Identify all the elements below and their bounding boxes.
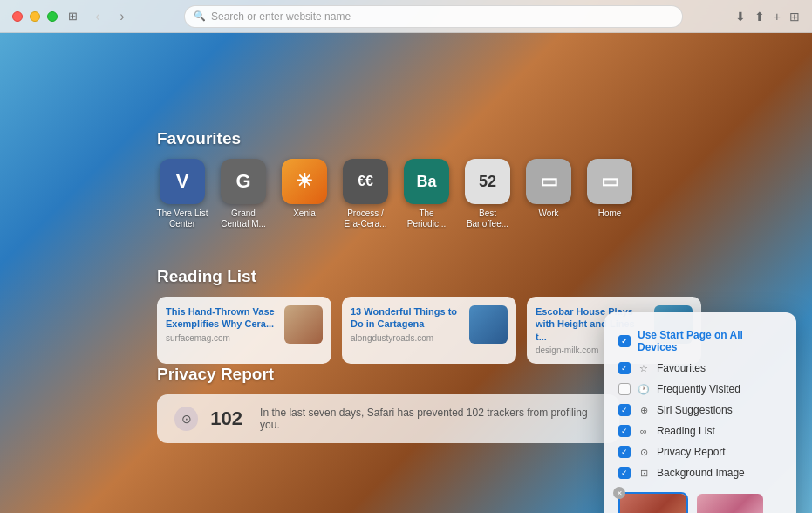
dropdown-item-siri[interactable]: ✓ ⊕ Siri Suggestions (618, 400, 782, 421)
tab-overview-icon[interactable]: ⊞ (789, 10, 800, 24)
fav-item-process[interactable]: €€ Process / Era-Cera... (340, 159, 391, 229)
dropdown-item-background-image[interactable]: ✓ ⊡ Background Image (618, 462, 782, 483)
fav-icon-home: ▭ (587, 159, 632, 204)
dropdown-label-siri: Siri Suggestions (657, 404, 733, 416)
fav-item-work[interactable]: ▭ Work (523, 159, 574, 229)
checkbox-background-image[interactable]: ✓ (618, 467, 631, 479)
reading-card-cartagena-domain: alongdustyroads.com (351, 333, 462, 343)
dropdown-item-reading-list[interactable]: ✓ ∞ Reading List (618, 421, 782, 441)
close-button[interactable] (12, 11, 23, 22)
background-thumb-1[interactable] (618, 492, 688, 513)
dropdown-label-reading-list: Reading List (657, 425, 715, 437)
titlebar-actions: ⬇ ⬆ + ⊞ (735, 10, 812, 24)
reading-card-vase-domain: surfacemag.com (166, 333, 277, 343)
dropdown-label-privacy-report: Privacy Report (657, 446, 726, 458)
reading-card-cartagena[interactable]: 13 Wonderful Things to Do in Cartagena a… (342, 297, 516, 364)
fav-icon-banoffee: 52 (465, 159, 510, 204)
checkbox-start-page[interactable]: ✓ (618, 335, 631, 347)
dropdown-label-favourites: Favourites (657, 362, 706, 374)
checkbox-siri[interactable]: ✓ (618, 404, 631, 416)
sidebar-toggle[interactable]: ⊞ (68, 10, 78, 23)
privacy-description: In the last seven days, Safari has preve… (260, 407, 602, 431)
favourites-section: Favourites V The Vera List Center G Gran… (157, 129, 635, 229)
dropdown-item-favourites[interactable]: ✓ ☆ Favourites (618, 358, 782, 379)
fav-icon-xenia: ☀ (282, 159, 327, 204)
back-button[interactable]: ‹ (88, 7, 107, 26)
dropdown-label-background-image: Background Image (657, 467, 745, 479)
dropdown-label-start-page: Use Start Page on All Devices (638, 329, 782, 353)
search-icon: 🔍 (194, 10, 206, 22)
checkbox-reading-list[interactable]: ✓ (618, 425, 631, 437)
background-thumb-2[interactable] (695, 492, 765, 513)
new-tab-icon[interactable]: + (774, 10, 781, 24)
fav-item-home[interactable]: ▭ Home (584, 159, 635, 229)
reading-card-vase-title: This Hand-Thrown Vase Exemplifies Why Ce… (166, 305, 277, 331)
fav-label-work: Work (522, 209, 575, 219)
checkbox-favourites[interactable]: ✓ (618, 362, 631, 374)
checkbox-privacy-report[interactable]: ✓ (618, 446, 631, 458)
main-content: Favourites V The Vera List Center G Gran… (0, 33, 812, 513)
fav-icon-work: ▭ (526, 159, 571, 204)
nav-buttons: ‹ › (88, 7, 132, 26)
fav-icon-process: €€ (343, 159, 388, 204)
dropdown-item-privacy-report[interactable]: ✓ ⊙ Privacy Report (618, 441, 782, 462)
fav-label-xenia: Xenia (278, 209, 331, 219)
dropdown-item-start-page[interactable]: ✓ Use Start Page on All Devices (618, 325, 782, 358)
download-icon[interactable]: ⬇ (735, 10, 746, 24)
fav-icon-grand: G (221, 159, 266, 204)
fav-icon-vera: V (160, 159, 205, 204)
fav-label-vera: The Vera List Center (156, 209, 208, 229)
maximize-button[interactable] (47, 11, 58, 22)
titlebar: ⊞ ‹ › 🔍 Search or enter website name ⬇ ⬆… (0, 0, 812, 33)
favourites-title: Favourites (157, 129, 635, 148)
settings-dropdown: ✓ Use Start Page on All Devices ✓ ☆ Favo… (604, 312, 796, 513)
fav-item-xenia[interactable]: ☀ Xenia (279, 159, 330, 229)
share-icon[interactable]: ⬆ (754, 10, 765, 24)
reading-list-title: Reading List (157, 267, 701, 286)
privacy-count: 102 (210, 407, 242, 430)
favourites-icon: ☆ (638, 363, 650, 374)
favourites-grid: V The Vera List Center G Grand Central M… (157, 159, 635, 229)
siri-icon: ⊕ (638, 405, 650, 416)
fav-icon-periodic: Ba (404, 159, 449, 204)
thumb2-preview (697, 494, 763, 513)
privacy-report-section: Privacy Report ⊙ 102 In the last seven d… (157, 365, 619, 443)
minimize-button[interactable] (30, 11, 40, 22)
background-thumbnails: ✕ (618, 492, 782, 513)
thumb1-preview (620, 494, 686, 513)
image-icon: ⊡ (638, 468, 650, 479)
reading-card-cartagena-title: 13 Wonderful Things to Do in Cartagena (351, 305, 462, 331)
fav-item-periodic[interactable]: Ba The Periodic... (401, 159, 452, 229)
close-thumb-button[interactable]: ✕ (613, 487, 625, 499)
privacy-report-title: Privacy Report (157, 365, 619, 384)
reading-list-icon: ∞ (638, 426, 650, 436)
search-bar[interactable]: 🔍 Search or enter website name (184, 5, 683, 28)
reading-card-cartagena-img (469, 305, 508, 344)
fav-label-process: Process / Era-Cera... (339, 209, 392, 229)
fav-label-home: Home (583, 209, 636, 219)
reading-card-vase[interactable]: This Hand-Thrown Vase Exemplifies Why Ce… (157, 297, 331, 364)
privacy-report-card[interactable]: ⊙ 102 In the last seven days, Safari has… (157, 394, 619, 443)
privacy-shield-icon: ⊙ (174, 407, 198, 431)
fav-item-banoffee[interactable]: 52 Best Banoffee... (462, 159, 513, 229)
fav-label-periodic: The Periodic... (400, 209, 453, 229)
checkbox-frequently-visited[interactable] (618, 383, 631, 395)
forward-button[interactable]: › (113, 7, 132, 26)
privacy-icon: ⊙ (638, 447, 650, 458)
fav-item-vera[interactable]: V The Vera List Center (157, 159, 208, 229)
reading-card-vase-img (284, 305, 323, 344)
window-controls (0, 11, 58, 22)
fav-item-grand[interactable]: G Grand Central M... (218, 159, 269, 229)
search-placeholder: Search or enter website name (211, 10, 351, 23)
fav-label-banoffee: Best Banoffee... (461, 209, 514, 229)
fav-label-grand: Grand Central M... (217, 209, 270, 229)
dropdown-label-frequently-visited: Frequently Visited (657, 383, 740, 395)
clock-icon: 🕐 (638, 384, 650, 395)
dropdown-item-frequently-visited[interactable]: 🕐 Frequently Visited (618, 379, 782, 400)
